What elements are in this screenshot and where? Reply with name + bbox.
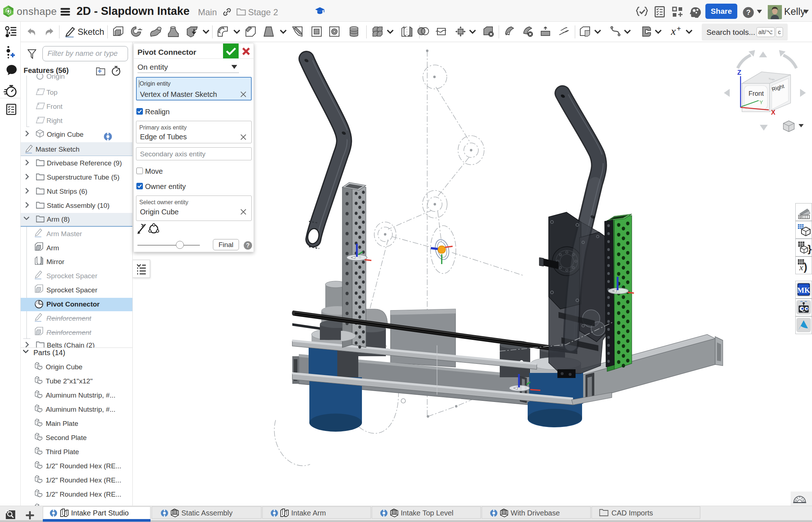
svg-text:Y: Y — [759, 99, 763, 105]
svg-text:X: X — [771, 109, 775, 116]
svg-text:x: x — [671, 25, 676, 37]
svg-text:?: ? — [746, 8, 750, 16]
svg-text:Front: Front — [749, 90, 764, 97]
svg-text:+: + — [677, 25, 681, 33]
svg-text:MK: MK — [797, 286, 811, 295]
svg-text:}: } — [808, 243, 812, 254]
svg-text:Z: Z — [737, 69, 741, 76]
svg-text:x: x — [799, 263, 803, 272]
svg-text:): ) — [804, 261, 807, 273]
